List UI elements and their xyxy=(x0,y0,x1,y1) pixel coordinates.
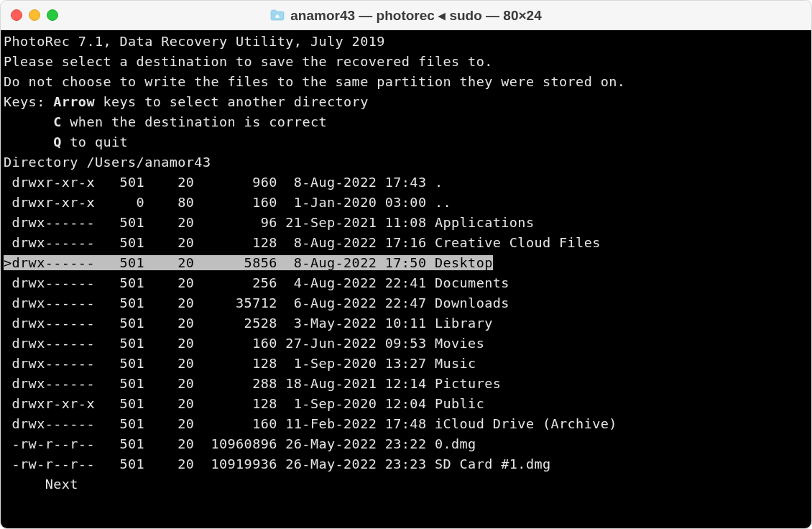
file-row[interactable]: drwx------ 501 20 96 21-Sep-2021 11:08 A… xyxy=(4,213,811,233)
file-row[interactable]: drwx------ 501 20 35712 6-Aug-2022 22:47… xyxy=(4,293,811,313)
keys-line-c: C when the destination is correct xyxy=(4,112,811,132)
terminal-window: anamor43 — photorec ◂ sudo — 80×24 Photo… xyxy=(0,0,812,529)
file-row[interactable]: drwxr-xr-x 501 20 960 8-Aug-2022 17:43 . xyxy=(4,172,811,193)
prompt-line-1: Please select a destination to save the … xyxy=(4,52,811,72)
file-row[interactable]: drwx------ 501 20 160 27-Jun-2022 09:53 … xyxy=(4,334,811,354)
keys-line-q: Q to quit xyxy=(4,132,811,152)
cwd-line: Directory /Users/anamor43 xyxy=(4,152,811,172)
prompt-line-2: Do not choose to write the files to the … xyxy=(4,72,811,92)
window-title: anamor43 — photorec ◂ sudo — 80×24 xyxy=(290,7,541,24)
keys-line-arrow: Keys: Arrow keys to select another direc… xyxy=(4,92,811,112)
terminal-body[interactable]: PhotoRec 7.1, Data Recovery Utility, Jul… xyxy=(1,30,811,528)
minimize-button[interactable] xyxy=(29,9,40,21)
file-row[interactable]: drwx------ 501 20 288 18-Aug-2021 12:14 … xyxy=(4,374,811,394)
home-folder-icon xyxy=(270,9,285,21)
titlebar: anamor43 — photorec ◂ sudo — 80×24 xyxy=(1,1,811,30)
window-title-wrap: anamor43 — photorec ◂ sudo — 80×24 xyxy=(1,7,811,24)
app-header: PhotoRec 7.1, Data Recovery Utility, Jul… xyxy=(4,32,811,52)
file-row[interactable]: drwx------ 501 20 128 8-Aug-2022 17:16 C… xyxy=(4,233,811,253)
zoom-button[interactable] xyxy=(47,9,58,21)
file-row[interactable]: >drwx------ 501 20 5856 8-Aug-2022 17:50… xyxy=(4,253,811,273)
traffic-lights xyxy=(11,9,58,21)
file-row[interactable]: drwx------ 501 20 2528 3-May-2022 10:11 … xyxy=(4,313,811,334)
file-row[interactable]: drwx------ 501 20 160 11-Feb-2022 17:48 … xyxy=(4,414,811,434)
file-row[interactable]: drwx------ 501 20 128 1-Sep-2020 13:27 M… xyxy=(4,354,811,374)
file-row[interactable]: -rw-r--r-- 501 20 10960896 26-May-2022 2… xyxy=(4,434,811,454)
file-row[interactable]: drwxr-xr-x 501 20 128 1-Sep-2020 12:04 P… xyxy=(4,394,811,414)
footer-next[interactable]: Next xyxy=(4,474,811,494)
file-row[interactable]: drwx------ 501 20 256 4-Aug-2022 22:41 D… xyxy=(4,273,811,293)
file-row[interactable]: drwxr-xr-x 0 80 160 1-Jan-2020 03:00 .. xyxy=(4,193,811,213)
file-row[interactable]: -rw-r--r-- 501 20 10919936 26-May-2022 2… xyxy=(4,454,811,474)
close-button[interactable] xyxy=(11,9,22,21)
